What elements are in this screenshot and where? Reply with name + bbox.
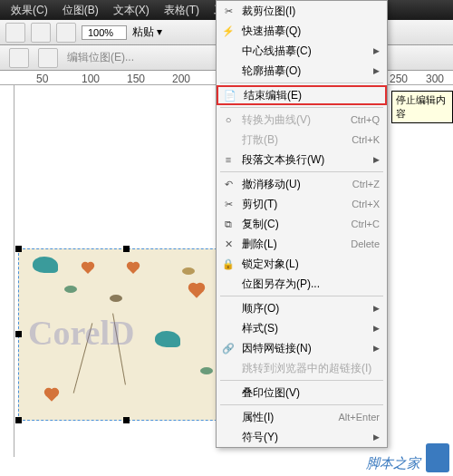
- artwork-leaf: [182, 267, 195, 275]
- menu-order[interactable]: 顺序(O)▶: [217, 298, 387, 318]
- ruler-vertical: [0, 85, 14, 457]
- menu-convert-curves: ○转换为曲线(V)Ctrl+Q: [217, 110, 387, 130]
- menu-jump-hyperlink: 跳转到浏览器中的超链接(I): [217, 358, 387, 378]
- artwork-heart: [128, 263, 139, 274]
- menu-text[interactable]: 文本(X): [106, 0, 157, 20]
- cut-icon: ✂: [221, 197, 236, 211]
- menu-separator: [220, 171, 383, 172]
- curve-icon: ○: [221, 112, 236, 127]
- tooltip: 停止编辑内容: [391, 91, 453, 123]
- chevron-right-icon: ▶: [373, 324, 380, 333]
- chevron-right-icon: ▶: [373, 46, 380, 55]
- menu-quick-trace[interactable]: ⚡快速描摹(Q): [217, 21, 387, 41]
- artwork-leaf: [200, 367, 213, 374]
- chevron-right-icon: ▶: [373, 155, 380, 164]
- edit-bitmap-button[interactable]: 编辑位图(E)...: [67, 50, 134, 65]
- link-icon: 🔗: [221, 341, 236, 355]
- selection-handle[interactable]: [123, 246, 130, 252]
- lock-icon: 🔒: [221, 257, 236, 271]
- menu-separator: [220, 107, 383, 108]
- crop-icon: ✂: [221, 4, 236, 18]
- menu-effects[interactable]: 效果(C): [4, 0, 55, 20]
- menu-undo[interactable]: ↶撤消移动(U)Ctrl+Z: [217, 174, 387, 194]
- wrap-icon: ≡: [221, 152, 236, 167]
- artwork-bird: [33, 257, 58, 273]
- tool-button[interactable]: [38, 48, 58, 68]
- chevron-right-icon: ▶: [373, 344, 380, 353]
- copy-icon: ⧉: [221, 217, 236, 231]
- menu-break-apart: 打散(B)Ctrl+K: [217, 130, 387, 150]
- menu-delete[interactable]: ✕删除(L)Delete: [217, 234, 387, 254]
- selection-handle[interactable]: [123, 417, 130, 423]
- artwork-leaf: [110, 295, 122, 302]
- paste-dropdown[interactable]: 粘贴 ▾: [132, 24, 162, 40]
- menu-outline-trace[interactable]: 轮廓描摹(O)▶: [217, 61, 387, 81]
- menu-separator: [220, 380, 383, 381]
- menu-symbol[interactable]: 符号(Y)▶: [217, 427, 387, 447]
- menu-save-bitmap-as[interactable]: 位图另存为(P)...: [217, 274, 387, 294]
- selected-bitmap[interactable]: CorelD: [18, 248, 236, 421]
- menu-separator: [220, 296, 383, 296]
- menu-style[interactable]: 样式(S)▶: [217, 318, 387, 338]
- menu-cut[interactable]: ✂剪切(T)Ctrl+X: [217, 194, 387, 214]
- delete-icon: ✕: [221, 237, 236, 251]
- trace-icon: ⚡: [221, 24, 236, 38]
- menu-centerline-trace[interactable]: 中心线描摹(C)▶: [217, 41, 387, 61]
- footer-logo: [426, 443, 449, 472]
- watermark-text: CorelD: [28, 313, 135, 353]
- selection-handle[interactable]: [15, 331, 22, 337]
- menu-bitmap[interactable]: 位图(B): [55, 0, 106, 20]
- edit-icon: 📄: [223, 88, 237, 102]
- tool-button[interactable]: [31, 23, 51, 43]
- tool-button[interactable]: [56, 23, 76, 43]
- menu-internet-link[interactable]: 🔗因特网链接(N)▶: [217, 338, 387, 358]
- menu-properties[interactable]: 属性(I)Alt+Enter: [217, 407, 387, 427]
- menu-overprint-bitmap[interactable]: 叠印位图(V): [217, 383, 387, 403]
- undo-icon: ↶: [221, 177, 236, 191]
- menu-lock[interactable]: 🔒锁定对象(L): [217, 254, 387, 274]
- tool-button[interactable]: [5, 23, 25, 43]
- menu-wrap-paragraph[interactable]: ≡段落文本换行(W)▶: [217, 150, 387, 170]
- footer-text: 脚本之家: [366, 455, 420, 472]
- selection-handle[interactable]: [15, 417, 22, 423]
- menu-separator: [220, 83, 383, 83]
- chevron-right-icon: ▶: [373, 432, 380, 442]
- artwork-heart: [189, 284, 203, 297]
- context-menu: ✂裁剪位图(I) ⚡快速描摹(Q) 中心线描摹(C)▶ 轮廓描摹(O)▶ 📄结束…: [216, 0, 388, 448]
- menu-end-edit[interactable]: 📄结束编辑(E): [217, 85, 387, 105]
- tool-button[interactable]: [9, 48, 29, 68]
- menu-copy[interactable]: ⧉复制(C)Ctrl+C: [217, 214, 387, 234]
- menu-separator: [220, 404, 383, 405]
- menu-table[interactable]: 表格(T): [157, 0, 207, 20]
- selection-handle[interactable]: [15, 246, 22, 252]
- chevron-right-icon: ▶: [373, 66, 380, 75]
- menu-crop-bitmap[interactable]: ✂裁剪位图(I): [217, 1, 387, 21]
- artwork-leaf: [64, 286, 77, 293]
- artwork-heart: [82, 263, 93, 274]
- chevron-right-icon: ▶: [373, 304, 380, 313]
- artwork-heart: [45, 389, 58, 402]
- zoom-dropdown[interactable]: 100%: [82, 25, 127, 40]
- artwork-bird: [155, 331, 180, 347]
